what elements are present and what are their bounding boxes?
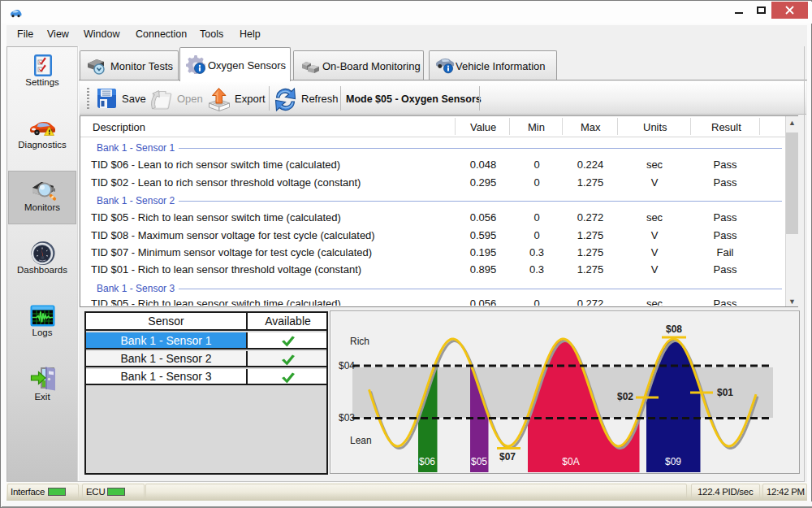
svg-text:Rich: Rich	[350, 336, 369, 347]
svg-text:Lean: Lean	[350, 435, 372, 446]
svg-text:$07: $07	[499, 451, 516, 462]
svg-text:$04: $04	[339, 360, 355, 371]
svg-text:$03: $03	[339, 412, 355, 423]
svg-text:$0A: $0A	[562, 456, 579, 467]
svg-text:$02: $02	[617, 391, 633, 402]
svg-text:$08: $08	[666, 323, 682, 335]
svg-text:$05: $05	[471, 456, 487, 467]
svg-text:$09: $09	[665, 456, 681, 467]
svg-text:$01: $01	[717, 387, 733, 398]
svg-text:$06: $06	[419, 456, 435, 467]
